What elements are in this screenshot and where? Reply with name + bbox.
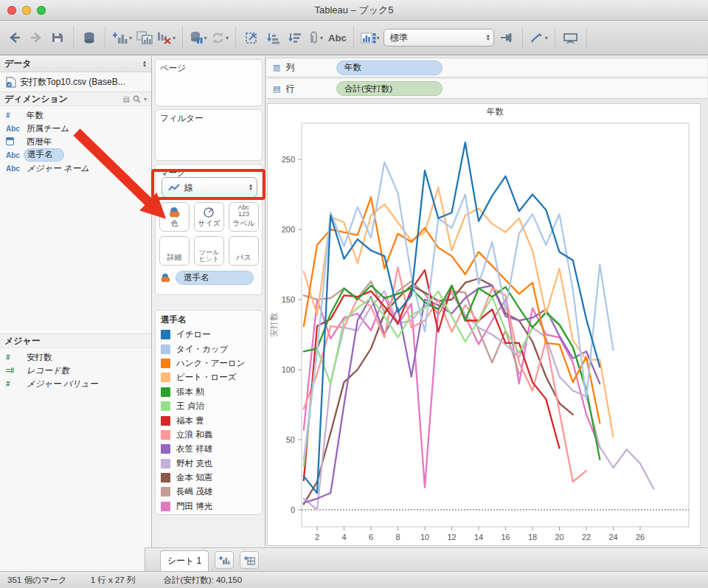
data-pane-header: データ ▲▼ <box>0 56 151 72</box>
undo-button[interactable] <box>6 27 24 49</box>
rows-shelf-label: 行 <box>285 83 308 95</box>
new-worksheet-tab-button[interactable] <box>215 551 234 569</box>
group-members-caret-icon: ▾ <box>320 35 323 41</box>
refresh-button[interactable]: ▾ <box>211 27 229 49</box>
tab-sheet1[interactable]: シート 1 <box>160 550 209 571</box>
path-button[interactable]: パス <box>229 236 259 266</box>
number-icon: # <box>6 111 22 120</box>
legend-label: 衣笠 祥雄 <box>176 443 212 454</box>
svg-text:2: 2 <box>315 533 319 542</box>
path-button-label: パス <box>236 252 251 263</box>
number-icon: # <box>6 380 22 388</box>
duplicate-sheet-button[interactable] <box>136 27 153 49</box>
save-button[interactable] <box>49 27 66 49</box>
group-members-button[interactable]: ▾ <box>307 27 324 49</box>
pause-updates-button[interactable]: ▾ <box>190 27 207 49</box>
datasource-item[interactable]: 安打数Top10.csv (BaseB... <box>0 72 151 91</box>
view-data-icon[interactable]: ▤ <box>123 95 130 103</box>
legend-label: イチロー <box>176 329 211 340</box>
legend-swatch <box>161 473 170 482</box>
filters-shelf[interactable]: フィルター <box>155 109 263 161</box>
pane-switch-icon[interactable]: ▲▼ <box>142 60 147 68</box>
tableau-window: Tableau – ブック5 ▾ ▾ ▾ <box>0 0 708 588</box>
legend-item[interactable]: 立浪 和義 <box>161 428 262 442</box>
show-me-button[interactable]: ▾ <box>361 27 380 49</box>
find-field-icon[interactable] <box>133 95 141 103</box>
color-button[interactable]: 色 <box>159 202 190 232</box>
field-label: メジャー バリュー <box>27 379 98 388</box>
fit-mode-stepper-icon: ▲▼ <box>486 34 490 41</box>
legend-item[interactable]: ピート・ローズ <box>161 370 262 384</box>
legend-item[interactable]: 野村 克也 <box>161 457 262 471</box>
columns-shelf[interactable]: ▥ 列 年数 <box>267 58 707 77</box>
new-dashboard-tab-button[interactable] <box>240 551 259 569</box>
legend-item[interactable]: 衣笠 祥雄 <box>161 442 262 456</box>
mark-type-dropdown[interactable]: 線 ▲▼ <box>162 177 257 198</box>
rows-pill[interactable]: 合計(安打数) <box>336 81 442 96</box>
detail-button-label: 詳細 <box>167 252 182 263</box>
legend-item[interactable]: イチロー <box>161 328 262 342</box>
datasource-file-icon <box>6 77 16 88</box>
legend-item[interactable]: ハンク・アーロン <box>161 356 262 370</box>
svg-text:年数: 年数 <box>486 107 504 116</box>
data-pane-footer <box>0 547 145 571</box>
field-item[interactable]: Abc所属チーム <box>0 122 151 135</box>
field-item[interactable]: #メジャー バリュー <box>0 377 151 390</box>
columns-pill[interactable]: 年数 <box>336 60 442 75</box>
legend-item[interactable]: 張本 勲 <box>161 385 262 399</box>
zoom-window-button[interactable] <box>37 6 46 15</box>
legend-label: ピート・ローズ <box>176 372 237 383</box>
color-encoding-pill[interactable]: 選手名 <box>176 271 254 285</box>
show-mark-labels-button[interactable]: Abc <box>328 27 347 49</box>
pages-shelf[interactable]: ページ <box>155 59 263 106</box>
fit-mode-dropdown[interactable]: 標準 ▲▼ <box>384 29 494 46</box>
legend-swatch <box>161 416 170 426</box>
fix-axes-pin-button[interactable] <box>498 27 516 49</box>
svg-text:4: 4 <box>341 533 346 542</box>
line-chart[interactable]: 0501001502002502468101214161820222426年数安… <box>268 104 701 547</box>
new-datasource-button[interactable] <box>80 27 98 49</box>
tooltip-button[interactable]: ツールヒント <box>194 236 224 266</box>
swap-axes-button[interactable] <box>243 27 260 49</box>
svg-text:100: 100 <box>282 365 295 374</box>
legend-item[interactable]: 福本 豊 <box>161 413 262 427</box>
filters-shelf-label: フィルター <box>156 110 262 124</box>
clear-sheet-button[interactable]: ▾ <box>157 27 176 49</box>
close-window-button[interactable] <box>7 6 16 15</box>
field-item[interactable]: Abcメジャー ネーム <box>0 162 151 175</box>
sort-descending-button[interactable] <box>285 27 303 49</box>
label-button[interactable]: Abc123 ラベル <box>229 202 259 232</box>
refresh-caret-icon: ▾ <box>226 35 229 41</box>
redo-button[interactable] <box>27 27 45 49</box>
new-worksheet-button[interactable]: ▾ <box>112 27 132 49</box>
pages-shelf-label: ページ <box>156 60 262 74</box>
calc-number-icon: =# <box>6 367 22 375</box>
field-item[interactable]: =#レコード数 <box>0 364 151 377</box>
size-button[interactable]: サイズ <box>194 202 224 232</box>
legend-label: 野村 克也 <box>176 458 212 469</box>
text-icon: Abc <box>6 151 22 159</box>
legend-label: 王 貞治 <box>176 401 204 412</box>
svg-text:10: 10 <box>420 533 429 542</box>
presentation-mode-button[interactable] <box>562 27 580 49</box>
field-label: 所属チーム <box>27 124 69 133</box>
legend-item[interactable]: 金本 知憲 <box>161 471 262 485</box>
legend-title: 選手名 <box>156 311 262 328</box>
field-label: 安打数 <box>27 353 52 362</box>
field-item[interactable]: Abc選手名 <box>0 148 151 162</box>
pane-menu-caret-icon[interactable]: ▾ <box>144 96 147 103</box>
highlight-button[interactable]: ▾ <box>530 27 548 49</box>
legend-item[interactable]: 王 貞治 <box>161 399 262 413</box>
svg-text:14: 14 <box>474 533 483 542</box>
minimize-window-button[interactable] <box>22 6 31 15</box>
field-item[interactable]: #安打数 <box>0 350 151 364</box>
detail-button[interactable]: 詳細 <box>159 236 190 266</box>
sort-ascending-button[interactable] <box>264 27 282 49</box>
field-item[interactable]: #年数 <box>0 108 151 122</box>
legend-item[interactable]: 門田 博光 <box>161 499 262 513</box>
legend-item[interactable]: 長嶋 茂雄 <box>161 485 262 499</box>
field-item[interactable]: 西暦年 <box>0 135 151 148</box>
color-button-label: 色 <box>171 218 178 229</box>
rows-shelf[interactable]: ▤ 行 合計(安打数) <box>267 79 707 99</box>
legend-item[interactable]: タイ・カップ <box>161 342 262 356</box>
